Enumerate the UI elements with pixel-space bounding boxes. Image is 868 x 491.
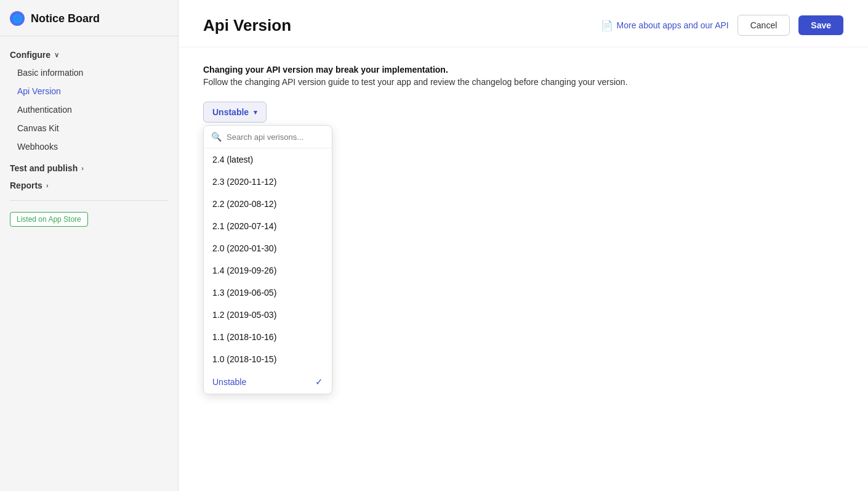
page-title: Api Version (203, 16, 291, 35)
list-item[interactable]: 1.1 (2018-10-16) (204, 326, 332, 348)
cancel-button[interactable]: Cancel (737, 15, 790, 36)
sidebar-item-authentication[interactable]: Authentication (0, 100, 178, 119)
chevron-right-icon: › (81, 164, 84, 172)
check-icon: ✓ (315, 376, 323, 388)
list-item[interactable]: 1.0 (2018-10-15) (204, 348, 332, 370)
list-item[interactable]: 1.2 (2019-05-03) (204, 304, 332, 326)
app-store-badge: Listed on App Store (0, 207, 178, 232)
doc-icon: 📄 (601, 20, 613, 31)
sidebar-nav: Configure ∨ Basic information Api Versio… (0, 36, 178, 491)
sidebar-item-webhooks[interactable]: Webhooks (0, 137, 178, 156)
list-item[interactable]: 2.4 (latest) (204, 148, 332, 171)
warning-sub-text: Follow the changing API version guide to… (203, 77, 843, 87)
list-item[interactable]: Unstable✓ (204, 370, 332, 394)
search-icon: 🔍 (211, 132, 222, 142)
search-input[interactable] (227, 132, 324, 142)
sidebar-header: 🌐 Notice Board (0, 0, 178, 36)
globe-icon: 🌐 (10, 11, 25, 26)
sidebar-divider (10, 200, 168, 201)
list-item[interactable]: 1.4 (2019-09-26) (204, 259, 332, 282)
test-and-publish-section[interactable]: Test and publish › (0, 160, 178, 177)
list-item[interactable]: 2.0 (2020-01-30) (204, 237, 332, 259)
reports-section[interactable]: Reports › (0, 177, 178, 194)
chevron-right-icon-2: › (46, 182, 49, 189)
list-item[interactable]: 1.3 (2019-06-05) (204, 282, 332, 304)
version-list: 2.4 (latest)2.3 (2020-11-12)2.2 (2020-08… (204, 148, 332, 394)
caret-down-icon: ▾ (254, 108, 257, 116)
reports-label: Reports (10, 181, 42, 190)
more-about-api-link[interactable]: 📄 More about apps and our API (601, 20, 729, 31)
warning-bold-text: Changing your API version may break your… (203, 65, 843, 75)
main-header: Api Version 📄 More about apps and our AP… (179, 0, 868, 47)
chevron-down-icon: ∨ (54, 51, 59, 59)
sidebar: 🌐 Notice Board Configure ∨ Basic informa… (0, 0, 179, 491)
sidebar-item-api-version[interactable]: Api Version (0, 82, 178, 100)
sidebar-item-canvas-kit[interactable]: Canvas Kit (0, 119, 178, 137)
save-button[interactable]: Save (798, 15, 843, 35)
version-dropdown-button[interactable]: Unstable ▾ (203, 102, 267, 123)
current-version-label: Unstable (212, 107, 249, 117)
main-body: Changing your API version may break your… (179, 47, 868, 140)
configure-label: Configure (10, 50, 50, 60)
header-actions: 📄 More about apps and our API Cancel Sav… (601, 15, 843, 36)
dropdown-search-area: 🔍 (204, 126, 332, 148)
main-content: Api Version 📄 More about apps and our AP… (179, 0, 868, 491)
sidebar-item-basic-information[interactable]: Basic information (0, 63, 178, 82)
version-dropdown-wrapper: Unstable ▾ 🔍 2.4 (latest)2.3 (2020-11-12… (203, 102, 267, 123)
app-title: Notice Board (31, 12, 100, 25)
list-item[interactable]: 2.2 (2020-08-12) (204, 193, 332, 215)
list-item[interactable]: 2.3 (2020-11-12) (204, 171, 332, 193)
version-dropdown-panel: 🔍 2.4 (latest)2.3 (2020-11-12)2.2 (2020-… (203, 125, 332, 394)
configure-section[interactable]: Configure ∨ (0, 46, 178, 63)
test-and-publish-label: Test and publish (10, 163, 78, 173)
list-item[interactable]: 2.1 (2020-07-14) (204, 215, 332, 237)
